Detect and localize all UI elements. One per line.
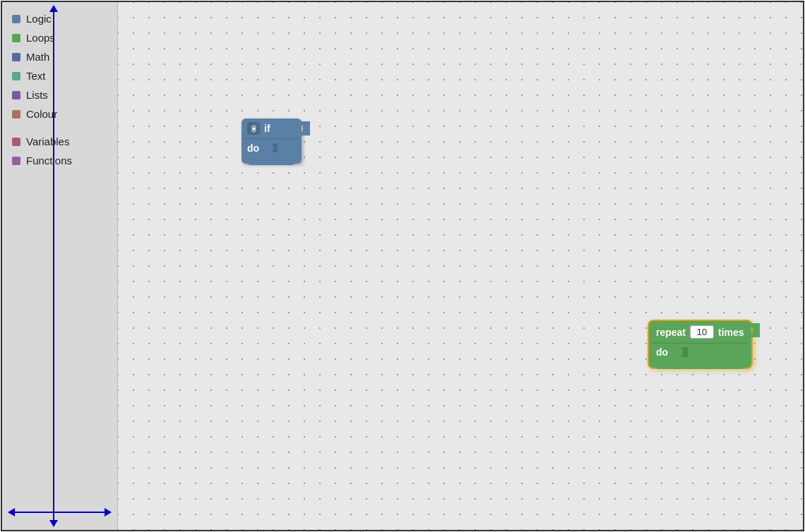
repeat-row: repeat times: [649, 321, 751, 343]
horizontal-arrow: [13, 512, 106, 513]
repeat-do-row: do: [649, 344, 751, 363]
variables-color-dot: [12, 138, 20, 146]
sidebar-item-colour[interactable]: Colour: [2, 104, 117, 123]
math-color-dot: [12, 53, 20, 61]
if-right-notch: [300, 121, 310, 135]
sidebar-item-logic[interactable]: Logic: [2, 9, 117, 28]
vertical-arrow: [53, 11, 54, 521]
text-color-dot: [12, 72, 20, 80]
if-do-row: do: [242, 139, 302, 159]
sidebar-spacer: [2, 123, 117, 132]
repeat-block[interactable]: repeat times do: [649, 321, 751, 368]
repeat-block-inner: repeat times do: [649, 321, 751, 368]
functions-color-dot: [12, 157, 20, 165]
if-block[interactable]: if do: [242, 119, 302, 164]
if-do-notch: [265, 144, 278, 152]
repeat-times-input[interactable]: [690, 325, 714, 339]
sidebar-label-logic: Logic: [26, 13, 52, 25]
if-label: if: [264, 123, 270, 134]
sidebar-label-functions: Functions: [26, 155, 72, 167]
sidebar-item-text[interactable]: Text: [2, 66, 117, 85]
sidebar-label-text: Text: [26, 70, 46, 82]
sidebar: Logic Loops Math Text Lists Colour Varia…: [2, 2, 118, 530]
logic-color-dot: [12, 15, 20, 23]
gear-icon[interactable]: [247, 122, 260, 135]
if-block-inner: if do: [242, 119, 302, 164]
colour-color-dot: [12, 110, 20, 119]
if-row: if: [242, 119, 302, 138]
repeat-right-notch: [750, 323, 760, 337]
repeat-do-label: do: [656, 346, 668, 358]
sidebar-item-variables[interactable]: Variables: [2, 132, 117, 151]
repeat-do-notch: [674, 347, 688, 357]
sidebar-item-functions[interactable]: Functions: [2, 151, 117, 170]
sidebar-label-lists: Lists: [26, 89, 48, 101]
if-do-label: do: [247, 143, 259, 154]
repeat-label: repeat: [656, 327, 686, 338]
if-bottom-tab: [247, 159, 296, 165]
repeat-times-label: times: [718, 327, 744, 338]
canvas-area[interactable]: if do: [118, 2, 803, 530]
sidebar-item-loops[interactable]: Loops: [2, 28, 117, 47]
sidebar-label-variables: Variables: [26, 135, 69, 147]
repeat-bottom-tab: [655, 363, 746, 369]
sidebar-label-math: Math: [26, 51, 49, 63]
loops-color-dot: [12, 34, 20, 42]
main-window: Logic Loops Math Text Lists Colour Varia…: [1, 1, 804, 531]
sidebar-label-loops: Loops: [26, 32, 55, 44]
sidebar-item-math[interactable]: Math: [2, 47, 117, 66]
lists-color-dot: [12, 91, 20, 99]
sidebar-item-lists[interactable]: Lists: [2, 85, 117, 104]
